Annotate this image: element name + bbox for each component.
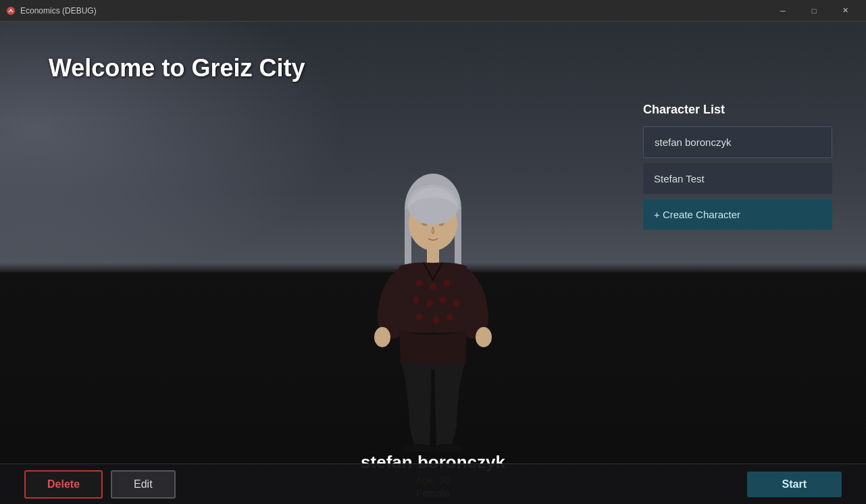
- character-list-item-stefan-test[interactable]: Stefan Test: [643, 163, 832, 194]
- bottom-toolbar: Delete Edit Start: [0, 463, 866, 504]
- svg-point-18: [453, 300, 460, 307]
- start-button[interactable]: Start: [747, 472, 842, 497]
- main-scene: Welcome to Greiz City: [0, 22, 866, 504]
- svg-point-23: [476, 327, 492, 347]
- svg-point-19: [416, 313, 423, 320]
- edit-button[interactable]: Edit: [111, 470, 176, 499]
- svg-point-22: [374, 327, 390, 347]
- svg-point-13: [430, 283, 436, 290]
- svg-point-14: [443, 280, 450, 286]
- character-list-title: Character List: [643, 103, 832, 117]
- svg-point-17: [440, 297, 447, 303]
- delete-button[interactable]: Delete: [24, 470, 103, 499]
- minimize-button[interactable]: ─: [767, 0, 798, 22]
- titlebar-title: Economics (DEBUG): [20, 6, 97, 16]
- svg-point-21: [447, 313, 453, 320]
- app-icon: [5, 5, 16, 16]
- titlebar: Economics (DEBUG) ─ □ ✕: [0, 0, 866, 22]
- character-figure: [359, 168, 507, 452]
- maximize-button[interactable]: □: [798, 0, 830, 22]
- svg-point-16: [426, 300, 433, 307]
- close-button[interactable]: ✕: [830, 0, 861, 22]
- create-character-button[interactable]: + Create Character: [643, 199, 832, 230]
- right-panel: Character List stefan boronczyk Stefan T…: [643, 103, 832, 235]
- titlebar-controls: ─ □ ✕: [767, 0, 861, 22]
- svg-point-1: [10, 9, 11, 10]
- svg-point-15: [413, 297, 419, 303]
- welcome-heading: Welcome to Greiz City: [49, 54, 305, 82]
- svg-point-20: [433, 317, 440, 324]
- character-list-item-stefan-boronczyk[interactable]: stefan boronczyk: [643, 126, 832, 158]
- svg-point-12: [416, 280, 423, 286]
- character-area: stefan boronczyk Age: 30 Female: [291, 112, 575, 504]
- toolbar-left: Delete Edit: [24, 470, 176, 499]
- titlebar-left: Economics (DEBUG): [5, 5, 97, 16]
